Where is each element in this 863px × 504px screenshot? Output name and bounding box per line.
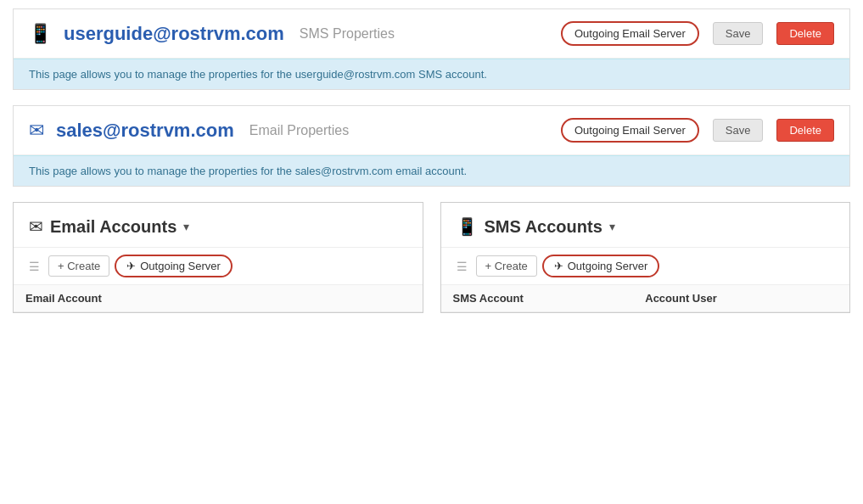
- account-card-1: ✉ sales@rostrvm.com Email Properties Out…: [13, 105, 850, 187]
- page-wrapper: 📱 userguide@rostrvm.com SMS Properties O…: [0, 0, 863, 504]
- col-header: Email Account: [25, 292, 411, 305]
- account-header-0: 📱 userguide@rostrvm.com SMS Properties O…: [14, 9, 849, 59]
- account-icon-0: 📱: [29, 23, 52, 45]
- toolbar-handle-0[interactable]: ☰: [25, 260, 43, 273]
- panel-icon-0: ✉: [29, 216, 43, 237]
- accounts-container: 📱 userguide@rostrvm.com SMS Properties O…: [13, 8, 850, 187]
- send-icon-0: ✈: [126, 260, 136, 272]
- panel-header-1: 📱 SMS Accounts ▾: [441, 203, 850, 248]
- panel-card-0: ✉ Email Accounts ▾ ☰ + Create ✈ Outgoing…: [13, 202, 423, 313]
- account-info-bar-1: This page allows you to manage the prope…: [14, 155, 849, 186]
- account-email-1: sales@rostrvm.com: [56, 120, 234, 142]
- outgoing-server-button-1[interactable]: ✈ Outgoing Server: [542, 255, 660, 277]
- account-email-0: userguide@rostrvm.com: [64, 23, 284, 45]
- panel-title-1: SMS Accounts: [485, 217, 602, 237]
- panel-dropdown-arrow-1[interactable]: ▾: [609, 220, 615, 233]
- panel-header-0: ✉ Email Accounts ▾: [14, 203, 423, 248]
- delete-button-0[interactable]: Delete: [776, 22, 834, 45]
- account-header-1: ✉ sales@rostrvm.com Email Properties Out…: [14, 106, 849, 155]
- panels-row: ✉ Email Accounts ▾ ☰ + Create ✈ Outgoing…: [13, 202, 850, 313]
- toolbar-handle-1[interactable]: ☰: [453, 260, 471, 273]
- save-button-0[interactable]: Save: [713, 22, 764, 45]
- col-header: Account User: [645, 292, 838, 305]
- panel-table-header-0: Email Account: [14, 285, 423, 312]
- panel-toolbar-0: ☰ + Create ✈ Outgoing Server: [14, 248, 423, 285]
- panels-container: ✉ Email Accounts ▾ ☰ + Create ✈ Outgoing…: [13, 202, 850, 313]
- account-info-bar-0: This page allows you to manage the prope…: [14, 59, 849, 89]
- col-header: SMS Account: [453, 292, 646, 305]
- panel-title-0: Email Accounts: [50, 217, 177, 237]
- account-icon-1: ✉: [29, 120, 44, 142]
- panel-card-1: 📱 SMS Accounts ▾ ☰ + Create ✈ Outgoing S…: [440, 202, 851, 313]
- panel-toolbar-1: ☰ + Create ✈ Outgoing Server: [441, 248, 850, 285]
- account-type-1: Email Properties: [249, 123, 349, 138]
- create-button-1[interactable]: + Create: [476, 255, 537, 277]
- send-icon-1: ✈: [554, 260, 563, 272]
- save-button-1[interactable]: Save: [713, 119, 764, 142]
- outgoing-email-server-button-0[interactable]: Outgoing Email Server: [561, 21, 699, 46]
- delete-button-1[interactable]: Delete: [776, 119, 834, 142]
- panel-table-header-1: SMS AccountAccount User: [441, 285, 850, 312]
- create-button-0[interactable]: + Create: [48, 255, 109, 277]
- panel-icon-1: 📱: [457, 216, 478, 237]
- panel-dropdown-arrow-0[interactable]: ▾: [183, 220, 189, 233]
- outgoing-server-button-0[interactable]: ✈ Outgoing Server: [115, 255, 233, 277]
- outgoing-email-server-button-1[interactable]: Outgoing Email Server: [561, 118, 699, 143]
- account-card-0: 📱 userguide@rostrvm.com SMS Properties O…: [13, 8, 850, 90]
- account-type-0: SMS Properties: [300, 26, 395, 42]
